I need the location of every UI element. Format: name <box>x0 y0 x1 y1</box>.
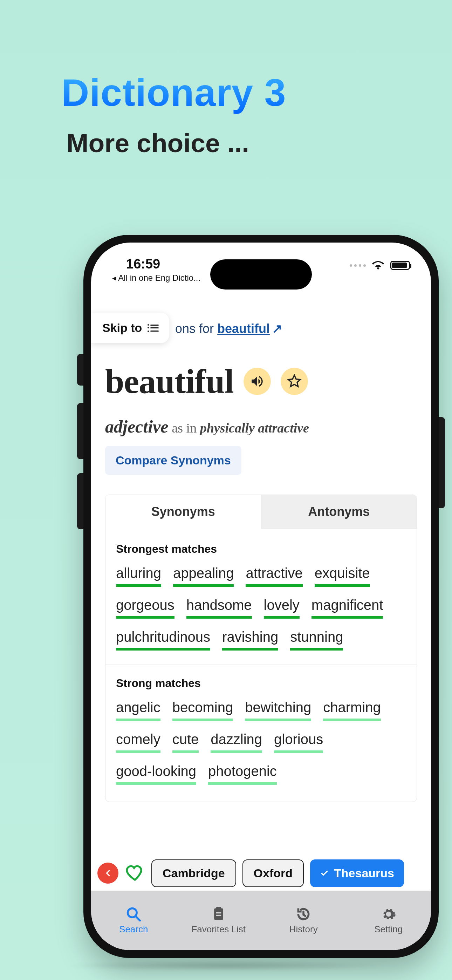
skip-to-label: Skip to <box>102 321 142 335</box>
screen: 16:59 ◂ All in one Eng Dictio... Skip to… <box>91 243 431 950</box>
clipboard-icon <box>211 907 226 922</box>
synonym-chip[interactable]: stunning <box>290 628 343 651</box>
source-thesaurus-button[interactable]: Thesaurus <box>310 859 404 887</box>
status-time: 16:59 <box>126 256 201 272</box>
side-button <box>77 354 83 385</box>
nav-setting-label: Setting <box>374 924 403 935</box>
star-icon <box>287 374 302 389</box>
crumb-prefix: ons for <box>175 321 217 336</box>
external-link-icon[interactable]: ↗ <box>272 321 282 336</box>
source-thesaurus-label: Thesaurus <box>334 866 394 880</box>
battery-icon <box>390 261 410 270</box>
group-label-strongest: Strongest matches <box>116 542 406 555</box>
nav-search-label: Search <box>119 924 148 935</box>
synonym-chip[interactable]: lovely <box>264 596 299 619</box>
synonym-chip[interactable]: cute <box>172 730 199 753</box>
synonym-chip[interactable]: glorious <box>274 730 323 753</box>
synonym-chip[interactable]: magnificent <box>312 596 383 619</box>
phone-shadow <box>63 960 389 971</box>
header-crumb: ons for beautiful↗ <box>175 321 282 336</box>
side-button <box>77 403 83 459</box>
nav-history-label: History <box>290 924 318 935</box>
favorite-heart-button[interactable] <box>125 863 145 883</box>
check-icon <box>320 869 329 878</box>
as-in-prefix: as in <box>172 421 200 435</box>
history-icon <box>296 907 311 922</box>
divider <box>105 665 417 665</box>
synonym-chip[interactable]: comely <box>116 730 161 753</box>
entry-content: beautiful adjective as in physically att… <box>105 362 417 802</box>
nav-history[interactable]: History <box>261 891 346 950</box>
svg-line-1 <box>135 916 140 920</box>
group-label-strong: Strong matches <box>116 677 406 690</box>
synonym-chip[interactable]: alluring <box>116 564 161 587</box>
synonym-chip[interactable]: gorgeous <box>116 596 175 619</box>
source-oxford-button[interactable]: Oxford <box>242 859 304 887</box>
arrow-left-icon <box>103 868 113 878</box>
tab-synonyms[interactable]: Synonyms <box>105 495 261 528</box>
as-in-phrase: physically attractive <box>200 421 309 435</box>
synonym-chip[interactable]: bewitching <box>245 698 311 721</box>
headword: beautiful <box>105 362 234 401</box>
synonym-chip[interactable]: ravishing <box>222 628 278 651</box>
source-bar: Cambridge Oxford Thesaurus <box>91 856 431 891</box>
svg-rect-4 <box>216 912 221 913</box>
wifi-icon <box>372 261 384 270</box>
side-button <box>77 473 83 529</box>
synonym-chip[interactable]: appealing <box>173 564 234 587</box>
phone-frame: 16:59 ◂ All in one Eng Dictio... Skip to… <box>83 235 439 958</box>
promo-subtitle: More choice ... <box>67 128 249 158</box>
search-icon <box>126 907 141 922</box>
side-button <box>439 417 445 508</box>
synonym-card: Synonyms Antonyms Strongest matches allu… <box>105 495 417 802</box>
compare-synonyms-button[interactable]: Compare Synonyms <box>105 446 242 475</box>
synonym-chip[interactable]: becoming <box>172 698 233 721</box>
skip-to-button[interactable]: Skip to <box>91 313 169 343</box>
synonym-chip[interactable]: charming <box>323 698 381 721</box>
nav-search[interactable]: Search <box>91 891 176 950</box>
part-of-speech: adjective <box>105 417 168 436</box>
synonym-chip[interactable]: exquisite <box>315 564 370 587</box>
cellular-icon <box>350 264 366 267</box>
synonym-chip[interactable]: angelic <box>116 698 161 721</box>
nav-favorites-label: Favorites List <box>191 924 246 935</box>
nav-favorites[interactable]: Favorites List <box>176 891 261 950</box>
bottom-nav: Search Favorites List History Setting <box>91 891 431 950</box>
list-icon <box>148 325 159 332</box>
synonym-chip[interactable]: pulchritudinous <box>116 628 210 651</box>
svg-rect-5 <box>216 915 221 916</box>
speaker-icon <box>250 374 264 389</box>
synonym-chip[interactable]: good-looking <box>116 762 196 785</box>
gear-icon <box>381 907 396 922</box>
tab-antonyms[interactable]: Antonyms <box>261 495 417 528</box>
back-button[interactable] <box>97 862 118 884</box>
synonym-chip[interactable]: dazzling <box>210 730 262 753</box>
status-back-app[interactable]: ◂ All in one Eng Dictio... <box>112 273 201 283</box>
pronounce-button[interactable] <box>244 368 271 395</box>
nav-setting[interactable]: Setting <box>346 891 431 950</box>
favorite-button[interactable] <box>281 368 308 395</box>
synonym-chip[interactable]: photogenic <box>208 762 277 785</box>
promo-title: Dictionary 3 <box>61 70 286 115</box>
synonym-chip[interactable]: handsome <box>186 596 252 619</box>
status-bar: 16:59 ◂ All in one Eng Dictio... <box>91 256 431 292</box>
crumb-word-link[interactable]: beautiful <box>217 321 270 336</box>
source-cambridge-button[interactable]: Cambridge <box>151 859 236 887</box>
svg-rect-3 <box>216 907 221 910</box>
synonym-chip[interactable]: attractive <box>246 564 302 587</box>
